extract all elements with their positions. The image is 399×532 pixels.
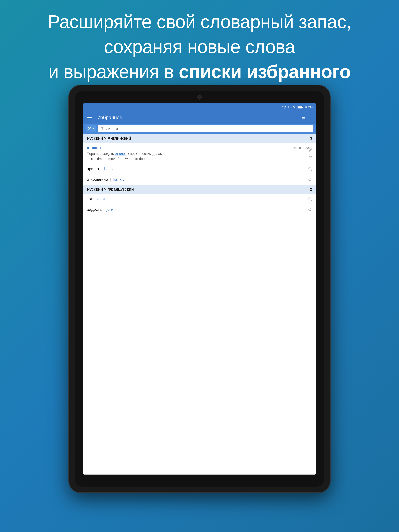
time-status: 16:34: [304, 105, 313, 109]
header-line3-bold: списки избранного: [179, 61, 351, 82]
word-item-radost: радость | joie: [83, 204, 316, 215]
word-pair-otkrovenno: откровенно | frankly: [87, 177, 125, 182]
empty-content-area: [83, 215, 316, 307]
word-translation-radost: joie: [107, 207, 113, 212]
battery-status: 100%: [288, 105, 296, 109]
section-ru-fr-count: 2: [310, 187, 312, 192]
svg-line-10: [311, 200, 312, 201]
time-filter-button[interactable]: ▾: [86, 125, 96, 132]
app-bar-actions: ☰ ⋮: [302, 115, 312, 120]
tablet-device: 100% 16:34: [68, 85, 331, 493]
search-icon-kot[interactable]: [308, 197, 312, 201]
phrase-highlight: от слов: [115, 152, 127, 156]
hamburger-menu-button[interactable]: [87, 116, 92, 119]
search-icon-otkrovenno[interactable]: [308, 177, 312, 182]
clock-icon: [88, 127, 91, 131]
word-item-kot: кот | chat: [83, 194, 316, 204]
phrase-original-text: Пора переходить от слов к практическим д…: [87, 151, 312, 156]
word-divider-otkrovenno: |: [110, 177, 111, 182]
app-title: Избранное: [97, 115, 298, 120]
tablet-outer-bezel: 100% 16:34: [68, 85, 331, 493]
word-divider-privet: |: [101, 166, 102, 171]
app-bar: Избранное ☰ ⋮: [83, 111, 316, 124]
filter-bar: ▾: [83, 124, 316, 134]
edit-icon[interactable]: [308, 148, 312, 152]
word-translation-kot: chat: [97, 196, 105, 201]
status-bar: 100% 16:34: [83, 103, 316, 111]
section-ru-en-count: 3: [310, 136, 312, 141]
status-icons: 100% 16:34: [282, 105, 313, 109]
filter-input[interactable]: [105, 127, 311, 131]
header-line2: сохраняя новые слова: [104, 36, 295, 57]
battery-icon: [297, 106, 303, 109]
word-item-otkrovenno: откровенно | frankly: [83, 174, 316, 185]
search-icon-privet[interactable]: [308, 167, 312, 171]
word-translation-privet: hello: [104, 166, 113, 171]
word-divider-kot: |: [94, 196, 96, 201]
word-pair-privet: привет | hello: [87, 166, 113, 171]
phrase-item-ot-slov: от слов 24 сент. 2019 Пора переходить от…: [83, 143, 316, 164]
word-source-privet: привет: [87, 166, 99, 171]
word-translation-otkrovenno: frankly: [113, 177, 125, 182]
hamburger-line-1: [87, 116, 92, 116]
section-ru-fr-header: Русский > Французский 2: [83, 185, 316, 194]
more-options-button[interactable]: ⋮: [308, 115, 312, 120]
section-ru-en-header: Русский > Английский 3: [83, 134, 316, 143]
header-line3-normal: и выражения в: [48, 61, 179, 82]
content-area: Русский > Английский 3 от слов 24 сент. …: [83, 134, 316, 475]
phrase-source-text: от слов: [87, 146, 101, 150]
phrase-translated-text: It is time to move from words to deeds.: [87, 157, 312, 161]
svg-marker-4: [101, 127, 104, 130]
svg-rect-2: [302, 107, 303, 108]
list-view-button[interactable]: ☰: [302, 115, 305, 120]
word-source-kot: кот: [87, 196, 92, 201]
sound-icon[interactable]: [308, 154, 312, 158]
tablet-screen: 100% 16:34: [83, 103, 316, 475]
search-icon-radost[interactable]: [308, 207, 312, 212]
svg-rect-1: [298, 107, 302, 108]
word-divider-radost: |: [104, 207, 105, 212]
hamburger-line-3: [87, 119, 92, 119]
word-pair-radost: радость | joie: [87, 207, 113, 212]
tablet-camera: [197, 95, 202, 100]
word-source-radost: радость: [87, 207, 102, 212]
hamburger-line-2: [87, 117, 92, 118]
section-ru-fr-title: Русский > Французский: [87, 187, 134, 192]
section-ru-en-title: Русский > Английский: [87, 136, 131, 141]
filter-input-wrapper[interactable]: [98, 125, 313, 132]
word-pair-kot: кот | chat: [87, 196, 105, 201]
promo-header: Расширяйте свой словарный запас, сохраня…: [0, 9, 399, 84]
phrase-item-header: от слов 24 сент. 2019: [87, 146, 312, 150]
word-item-privet: привет | hello: [83, 164, 316, 174]
tablet-inner-bezel: 100% 16:34: [75, 91, 324, 487]
svg-line-12: [311, 210, 312, 211]
svg-line-6: [311, 170, 312, 171]
header-line1: Расширяйте свой словарный запас,: [48, 11, 351, 32]
phrase-item-icons: [308, 148, 312, 158]
time-filter-label: ▾: [92, 127, 94, 131]
wifi-icon: [282, 106, 286, 109]
filter-icon: [101, 127, 104, 130]
svg-line-8: [311, 180, 312, 181]
word-source-otkrovenno: откровенно: [87, 177, 108, 182]
